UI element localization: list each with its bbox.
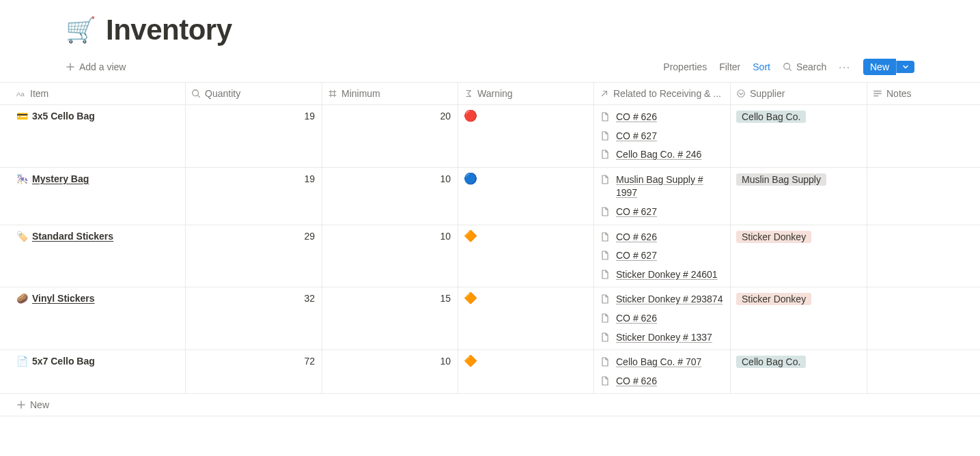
cell-supplier[interactable]: Sticker Donkey [731, 225, 867, 287]
cell-related[interactable]: Muslin Bag Supply # 1997CO # 627 [594, 168, 731, 225]
cell-warning[interactable]: 🔴 [458, 105, 594, 167]
table-row[interactable]: 💳3x5 Cello Bag1920🔴CO # 626CO # 627Cello… [0, 105, 980, 168]
cell-minimum[interactable]: 20 [322, 105, 458, 167]
cell-supplier[interactable]: Cello Bag Co. [731, 350, 867, 393]
column-header-related[interactable]: Related to Receiving & ... [594, 83, 731, 104]
cell-quantity[interactable]: 19 [186, 168, 322, 225]
cell-minimum[interactable]: 10 [322, 225, 458, 287]
related-item[interactable]: CO # 626 [600, 111, 725, 124]
cell-supplier[interactable]: Cello Bag Co. [731, 105, 867, 167]
cell-related[interactable]: CO # 626CO # 627Cello Bag Co. # 246 [594, 105, 731, 167]
cell-warning[interactable]: 🔶 [458, 225, 594, 287]
cell-supplier[interactable]: Muslin Bag Supply [731, 168, 867, 225]
related-item[interactable]: CO # 627 [600, 249, 725, 263]
sort-button[interactable]: Sort [753, 61, 770, 72]
table-row[interactable]: 🏷️Standard Stickers2910🔶CO # 626CO # 627… [0, 225, 980, 288]
supplier-tag[interactable]: Cello Bag Co. [736, 111, 806, 123]
supplier-tag[interactable]: Sticker Donkey [736, 293, 811, 305]
related-item[interactable]: CO # 626 [600, 231, 725, 244]
related-item-label: Muslin Bag Supply # 1997 [616, 173, 725, 200]
related-item[interactable]: Muslin Bag Supply # 1997 [600, 173, 725, 200]
related-item[interactable]: Cello Bag Co. # 707 [600, 356, 725, 369]
cell-notes[interactable] [867, 225, 980, 287]
cell-quantity[interactable]: 19 [186, 105, 322, 167]
related-item-label: CO # 627 [616, 249, 657, 263]
related-item[interactable]: Sticker Donkey # 1337 [600, 331, 725, 345]
add-view-button[interactable]: Add a view [66, 61, 126, 72]
properties-button[interactable]: Properties [663, 61, 707, 72]
cell-notes[interactable] [867, 287, 980, 350]
supplier-tag[interactable]: Cello Bag Co. [736, 356, 806, 368]
cell-warning[interactable]: 🔵 [458, 168, 594, 225]
related-item[interactable]: CO # 627 [600, 130, 725, 143]
table-header-row: Aa Item Quantity Minimum Warning Related… [0, 83, 980, 105]
new-button-dropdown[interactable] [896, 61, 914, 73]
text-lines-icon [873, 89, 882, 98]
search-button[interactable]: Search [783, 61, 826, 72]
column-header-notes[interactable]: Notes [867, 83, 980, 104]
cell-item[interactable]: 💳3x5 Cello Bag [0, 105, 186, 167]
filter-button[interactable]: Filter [719, 61, 740, 72]
supplier-tag[interactable]: Sticker Donkey [736, 231, 811, 243]
cell-supplier[interactable]: Sticker Donkey [731, 287, 867, 350]
cell-item[interactable]: 📄5x7 Cello Bag [0, 350, 186, 393]
cell-notes[interactable] [867, 168, 980, 225]
supplier-tag[interactable]: Muslin Bag Supply [736, 173, 826, 186]
table-row[interactable]: 📄5x7 Cello Bag7210🔶Cello Bag Co. # 707CO… [0, 350, 980, 394]
minimum-value: 15 [440, 293, 451, 304]
related-item[interactable]: CO # 626 [600, 312, 725, 326]
column-header-quantity[interactable]: Quantity [186, 83, 322, 104]
cell-related[interactable]: CO # 626CO # 627Sticker Donkey # 24601 [594, 225, 731, 287]
cell-notes[interactable] [867, 350, 980, 393]
item-emoji: 🎠 [16, 174, 28, 184]
new-button[interactable]: New [863, 59, 914, 75]
number-icon [328, 89, 337, 98]
related-item[interactable]: Sticker Donkey # 293874 [600, 293, 725, 307]
table-row[interactable]: 🥔Vinyl Stickers3215🔶Sticker Donkey # 293… [0, 287, 980, 350]
formula-icon [464, 89, 473, 98]
related-item[interactable]: Cello Bag Co. # 246 [600, 148, 725, 162]
cell-item[interactable]: 🥔Vinyl Stickers [0, 287, 186, 350]
cell-item[interactable]: 🎠Mystery Bag [0, 168, 186, 225]
related-item-label: Cello Bag Co. # 707 [616, 356, 701, 369]
cell-item[interactable]: 🏷️Standard Stickers [0, 225, 186, 287]
column-label: Related to Receiving & ... [613, 88, 721, 99]
page-icon [600, 174, 611, 185]
page-icon [600, 231, 611, 242]
page-icon[interactable]: 🛒 [66, 18, 96, 42]
cell-related[interactable]: Cello Bag Co. # 707CO # 626 [594, 350, 731, 393]
column-header-item[interactable]: Aa Item [0, 83, 186, 104]
column-header-warning[interactable]: Warning [458, 83, 594, 104]
cell-warning[interactable]: 🔶 [458, 287, 594, 350]
minimum-value: 10 [440, 356, 451, 367]
cell-notes[interactable] [867, 105, 980, 167]
cell-minimum[interactable]: 10 [322, 168, 458, 225]
related-item[interactable]: CO # 626 [600, 375, 725, 388]
quantity-value: 19 [304, 111, 315, 122]
cell-quantity[interactable]: 72 [186, 350, 322, 393]
table-row[interactable]: 🎠Mystery Bag1910🔵Muslin Bag Supply # 199… [0, 168, 980, 225]
related-item[interactable]: CO # 627 [600, 205, 725, 219]
page-icon [600, 250, 611, 261]
new-row-button[interactable]: New [0, 394, 980, 416]
column-header-minimum[interactable]: Minimum [322, 83, 458, 104]
cell-related[interactable]: Sticker Donkey # 293874CO # 626Sticker D… [594, 287, 731, 350]
cell-warning[interactable]: 🔶 [458, 350, 594, 393]
column-label: Supplier [750, 88, 785, 99]
item-emoji: 📄 [16, 356, 28, 366]
related-item[interactable]: Sticker Donkey # 24601 [600, 268, 725, 282]
page-icon [600, 356, 611, 367]
cell-quantity[interactable]: 29 [186, 225, 322, 287]
item-emoji: 🏷️ [16, 231, 28, 241]
cell-minimum[interactable]: 10 [322, 350, 458, 393]
column-header-supplier[interactable]: Supplier [731, 83, 867, 104]
more-options-button[interactable]: ··· [839, 61, 851, 72]
page-title[interactable]: Inventory [106, 14, 232, 46]
page-icon [600, 149, 611, 160]
search-label: Search [796, 61, 826, 72]
page-icon [600, 294, 611, 304]
cell-minimum[interactable]: 15 [322, 287, 458, 350]
warning-indicator: 🔴 [464, 110, 477, 122]
minimum-value: 10 [440, 173, 451, 184]
cell-quantity[interactable]: 32 [186, 287, 322, 350]
